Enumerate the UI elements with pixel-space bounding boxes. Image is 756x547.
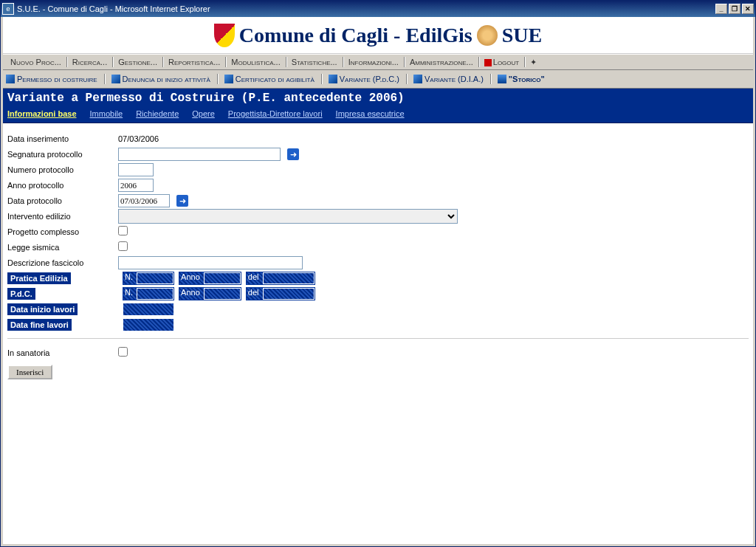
tab-label: "Storico": [509, 75, 545, 83]
input-pe-del[interactable]: [263, 272, 315, 284]
row-numero-protocollo: Numero protocollo: [7, 162, 749, 177]
crest-icon: [214, 24, 235, 47]
logout-icon: [484, 59, 492, 66]
minimize-button[interactable]: _: [715, 4, 727, 14]
input-data-fine-lavori[interactable]: [123, 318, 174, 331]
input-data-inizio-lavori[interactable]: [123, 303, 174, 316]
tab-dia[interactable]: Denuncia di inizio attività: [111, 75, 210, 83]
input-anno-protocollo[interactable]: [118, 179, 154, 192]
tab-variante-pdc[interactable]: Variante (P.d.C.): [329, 75, 399, 83]
subnav-progettista[interactable]: Progettista-Direttore lavori: [228, 109, 323, 118]
subnav-richiedente[interactable]: Richiedente: [136, 109, 179, 118]
menu-reportistica[interactable]: Reportistica...: [164, 56, 224, 68]
tab-permesso-costruire[interactable]: Permesso di costruire: [6, 75, 97, 83]
submit-button[interactable]: Inserisci: [7, 365, 52, 379]
group-pdc-n: N.: [123, 287, 174, 300]
app-window: e S.U.E. - Comune di Cagli - Microsoft I…: [0, 0, 756, 547]
row-data-inserimento: Data inserimento 07/03/2006: [7, 131, 749, 146]
content-area: Comune di Cagli - EdilGis SUE Nuovo Proc…: [1, 17, 755, 546]
sublabel-n: N.: [123, 288, 134, 297]
row-data-protocollo: Data protocollo ➜: [7, 193, 749, 208]
form-area: Data inserimento 07/03/2006 Segnatura pr…: [3, 123, 753, 544]
tab-label: Certificato di agibilità: [236, 75, 315, 83]
row-segnatura-protocollo: Segnatura protocollo ➜: [7, 146, 749, 162]
group-pe-n: N.: [123, 272, 174, 285]
menu-amministrazione[interactable]: Amministrazione...: [405, 56, 478, 68]
ie-icon: e: [2, 3, 14, 15]
tab-storico[interactable]: "Storico": [498, 75, 545, 83]
row-data-fine-lavori: Data fine lavori: [7, 317, 749, 332]
header-banner: Comune di Cagli - EdilGis SUE: [3, 17, 753, 54]
cube-icon: [6, 75, 15, 83]
checkbox-in-sanatoria[interactable]: [118, 347, 128, 357]
menu-modulistica[interactable]: Modulistica...: [227, 56, 284, 68]
input-descrizione-fascicolo[interactable]: [118, 256, 303, 269]
input-pdc-anno[interactable]: [204, 288, 241, 300]
tab-variante-dia[interactable]: Variante (D.I.A.): [413, 75, 484, 83]
tab-agibilita[interactable]: Certificato di agibilità: [224, 75, 315, 83]
tab-bar: Permesso di costruire Denuncia di inizio…: [3, 70, 753, 89]
sublabel-del: del: [247, 288, 261, 297]
separator: [7, 338, 749, 339]
menu-extra-icon[interactable]: ✦: [526, 56, 541, 69]
label-data-inserimento: Data inserimento: [7, 134, 118, 143]
menu-gestione[interactable]: Gestione...: [114, 56, 162, 68]
value-data-inserimento: 07/03/2006: [118, 134, 159, 143]
sublabel-anno: Anno: [179, 288, 202, 297]
sublabel-n: N.: [123, 272, 134, 281]
row-legge-sismica: Legge sismica: [7, 239, 749, 255]
subnav-immobile[interactable]: Immobile: [90, 109, 123, 118]
tab-label: Permesso di costruire: [17, 75, 97, 83]
tab-label: Denuncia di inizio attività: [123, 75, 210, 83]
checkbox-progetto-complesso[interactable]: [118, 226, 128, 235]
group-pe-anno: Anno: [179, 272, 241, 285]
sublabel-anno: Anno: [179, 272, 202, 281]
group-pe-del: del: [246, 272, 315, 285]
row-pratica-edilizia: Pratica Edilizia N. Anno del: [7, 270, 749, 286]
label-anno-protocollo: Anno protocollo: [7, 181, 118, 190]
input-pe-n[interactable]: [137, 272, 173, 284]
label-numero-protocollo: Numero protocollo: [7, 165, 118, 174]
row-descrizione-fascicolo: Descrizione fascicolo: [7, 255, 749, 270]
label-data-fine-lavori: Data fine lavori: [7, 319, 72, 331]
row-progetto-complesso: Progetto complesso: [7, 224, 749, 239]
group-pdc-del: del: [246, 287, 315, 300]
lookup-segnatura-icon[interactable]: ➜: [287, 148, 299, 160]
input-data-protocollo[interactable]: [118, 194, 170, 207]
storico-icon: [498, 75, 506, 83]
titlebar: e S.U.E. - Comune di Cagli - Microsoft I…: [1, 1, 755, 17]
label-intervento-edilizio: Intervento edilizio: [7, 212, 118, 221]
label-in-sanatoria: In sanatoria: [7, 348, 118, 357]
label-segnatura-protocollo: Segnatura protocollo: [7, 150, 118, 159]
menu-ricerca[interactable]: Ricerca...: [68, 56, 111, 68]
row-data-inizio-lavori: Data inizio lavori: [7, 301, 749, 317]
cube-icon: [224, 75, 233, 83]
input-pe-anno[interactable]: [204, 272, 241, 284]
banner-text-b: SUE: [502, 24, 542, 47]
row-in-sanatoria: In sanatoria: [7, 345, 749, 360]
subnav-impresa[interactable]: Impresa esecutrice: [336, 109, 405, 118]
close-button[interactable]: ✕: [742, 4, 754, 14]
row-pdc: P.d.C. N. Anno del: [7, 286, 749, 301]
input-pdc-n[interactable]: [137, 288, 173, 300]
label-legge-sismica: Legge sismica: [7, 243, 118, 252]
calendar-data-protocollo-icon[interactable]: ➜: [176, 195, 188, 207]
restore-button[interactable]: ❐: [729, 4, 740, 14]
select-intervento-edilizio[interactable]: [118, 209, 458, 224]
subnav-informazioni-base[interactable]: Informazioni base: [7, 109, 77, 118]
label-data-inizio-lavori: Data inizio lavori: [7, 303, 78, 315]
menu-statistiche[interactable]: Statistiche...: [287, 56, 342, 68]
sublabel-del: del: [247, 272, 261, 281]
menu-logout[interactable]: Logout: [480, 56, 523, 68]
label-descrizione-fascicolo: Descrizione fascicolo: [7, 258, 118, 267]
menu-logout-label: Logout: [493, 58, 519, 66]
label-progetto-complesso: Progetto complesso: [7, 227, 118, 236]
input-segnatura-protocollo[interactable]: [118, 148, 281, 161]
menu-informazioni[interactable]: Informazioni...: [344, 56, 403, 68]
row-intervento-edilizio: Intervento edilizio: [7, 208, 749, 224]
subnav-opere[interactable]: Opere: [192, 109, 215, 118]
input-pdc-del[interactable]: [263, 288, 315, 300]
menu-nuovo-proc[interactable]: Nuovo Proc...: [6, 56, 66, 68]
input-numero-protocollo[interactable]: [118, 163, 154, 176]
checkbox-legge-sismica[interactable]: [118, 241, 128, 251]
